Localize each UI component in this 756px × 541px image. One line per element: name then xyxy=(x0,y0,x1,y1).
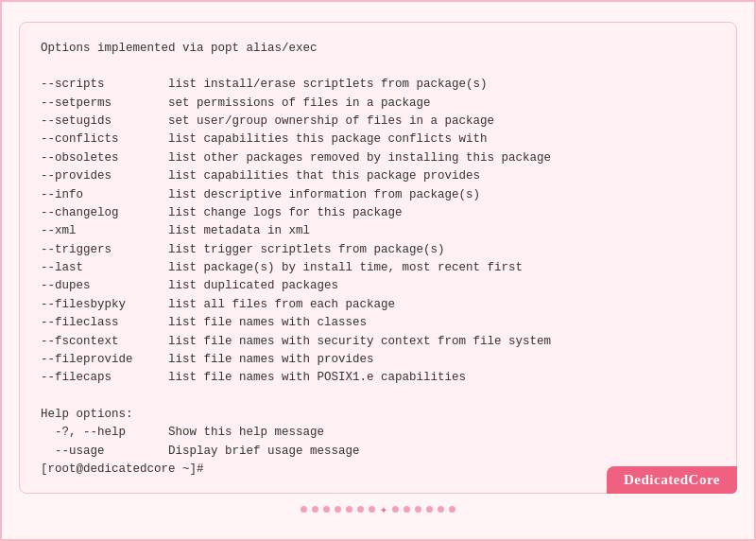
decoration-dot xyxy=(323,506,330,513)
decoration-dot xyxy=(426,506,433,513)
terminal-text: Options implemented via popt alias/exec … xyxy=(41,40,715,480)
decoration-dot xyxy=(335,506,341,513)
terminal-window: Options implemented via popt alias/exec … xyxy=(19,22,737,494)
decoration-dot xyxy=(449,506,455,513)
decoration-dot xyxy=(357,506,364,513)
center-icon: ✦ xyxy=(380,503,387,516)
decoration-dot xyxy=(438,506,444,513)
decoration-dot xyxy=(415,506,421,513)
dots-decoration: ✦ xyxy=(301,503,455,516)
decoration-dot xyxy=(404,506,410,513)
brand-badge: DedicatedCore xyxy=(607,466,737,494)
decoration-dot xyxy=(312,506,318,513)
decoration-dot xyxy=(301,506,307,513)
decoration-dot xyxy=(346,506,352,513)
decoration-dot xyxy=(369,506,375,513)
decoration-dot xyxy=(392,506,399,513)
